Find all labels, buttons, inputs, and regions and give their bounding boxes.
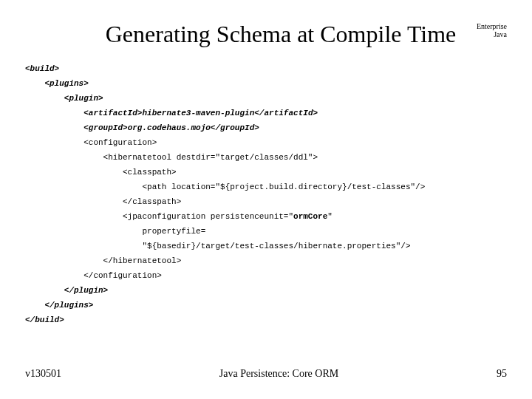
code-line: <classpath> <box>25 168 177 177</box>
code-line: <artifactId> <box>25 109 142 117</box>
code-line: </hibernatetool> <box>25 256 181 265</box>
corner-label: Enterprise Java <box>477 22 507 38</box>
code-line: <jpaconfiguration persistenceunit=" <box>25 212 293 221</box>
code-line: ormCore <box>293 212 327 221</box>
code-line: </configuration> <box>25 271 162 280</box>
title-row: Generating Schema at Compile Time Enterp… <box>25 21 507 48</box>
footer: v130501 Java Persistence: Core ORM 95 <box>25 368 507 380</box>
page-title: Generating Schema at Compile Time <box>25 21 507 48</box>
code-line: <plugin> <box>25 94 103 103</box>
code-line: </plugins> <box>25 301 93 310</box>
slide: Generating Schema at Compile Time Enterp… <box>0 0 532 399</box>
code-block: <build> <plugins> <plugin> <artifactId>h… <box>25 61 507 327</box>
footer-page: 95 <box>497 368 507 380</box>
code-line: </groupId> <box>211 123 259 132</box>
code-line: </plugin> <box>25 286 108 295</box>
code-line: </build> <box>25 316 64 324</box>
footer-center: Java Persistence: Core ORM <box>219 368 338 380</box>
code-line: <configuration> <box>25 138 157 147</box>
code-line: org.codehaus.mojo <box>128 123 211 132</box>
code-line: <path location="${project.build.director… <box>25 183 425 191</box>
code-line: <groupId> <box>25 123 128 132</box>
footer-version: v130501 <box>25 368 61 380</box>
code-line: </artifactId> <box>254 109 318 117</box>
code-line: <build> <box>25 64 59 73</box>
code-line: <hibernatetool destdir="target/classes/d… <box>25 153 318 162</box>
code-line: <plugins> <box>25 79 89 88</box>
corner-line-1: Enterprise <box>477 22 507 30</box>
code-line: </classpath> <box>25 197 181 206</box>
code-line: " <box>327 212 332 221</box>
corner-line-2: Java <box>494 30 507 38</box>
code-line: "${basedir}/target/test-classes/hibernat… <box>25 242 411 250</box>
code-line: propertyfile= <box>25 227 205 236</box>
code-line: hibernate3-maven-plugin <box>142 109 254 117</box>
